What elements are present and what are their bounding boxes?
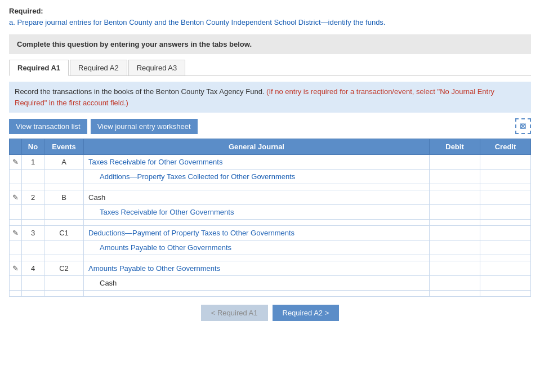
table-row (10, 255, 531, 261)
debit-cell[interactable] (430, 276, 480, 291)
no-cell (22, 291, 44, 297)
events-cell (44, 240, 84, 255)
events-cell (44, 276, 84, 291)
general-journal-cell[interactable] (84, 184, 430, 190)
no-cell (22, 205, 44, 220)
credit-cell[interactable] (480, 261, 531, 276)
tab-required-a2[interactable]: Required A2 (70, 60, 127, 75)
credit-cell[interactable] (480, 190, 531, 205)
credit-cell[interactable] (480, 184, 531, 190)
debit-cell[interactable] (430, 184, 480, 190)
buttons-row: View transaction list View journal entry… (9, 118, 531, 134)
credit-cell[interactable] (480, 226, 531, 240)
view-transaction-button[interactable]: View transaction list (9, 119, 87, 134)
edit-cell: ✎ (10, 190, 22, 205)
general-journal-cell[interactable] (84, 291, 430, 297)
col-credit: Credit (480, 139, 531, 155)
events-cell (44, 205, 84, 220)
no-cell (22, 184, 44, 190)
required-label: Required: (9, 7, 531, 15)
nav-row: < Required A1 Required A2 > (9, 305, 531, 321)
close-icon-box[interactable]: ⦻ (515, 118, 531, 134)
required-text-body: Prepare journal entries for Benton Count… (17, 18, 385, 26)
table-row: ✎1ATaxes Receivable for Other Government… (10, 155, 531, 170)
edit-cell (10, 276, 22, 291)
debit-cell[interactable] (430, 155, 480, 170)
edit-cell (10, 170, 22, 184)
prev-button[interactable]: < Required A1 (201, 305, 268, 321)
debit-cell[interactable] (430, 226, 480, 240)
col-no: No (22, 139, 44, 155)
table-row: ✎2BCash (10, 190, 531, 205)
events-cell: B (44, 190, 84, 205)
debit-cell[interactable] (430, 170, 480, 184)
events-cell (44, 291, 84, 297)
events-cell: A (44, 155, 84, 170)
table-row (10, 291, 531, 297)
edit-cell: ✎ (10, 261, 22, 276)
edit-cell (10, 220, 22, 226)
edit-icon[interactable]: ✎ (12, 264, 19, 273)
no-cell (22, 170, 44, 184)
general-journal-cell[interactable] (84, 220, 430, 226)
debit-cell[interactable] (430, 291, 480, 297)
table-row: ✎3C1Deductions—Payment of Property Taxes… (10, 226, 531, 240)
table-row: Additions—Property Taxes Collected for O… (10, 170, 531, 184)
general-journal-cell[interactable]: Taxes Receivable for Other Governments (84, 155, 430, 170)
general-journal-cell[interactable]: Cash (84, 190, 430, 205)
no-cell: 4 (22, 261, 44, 276)
debit-cell[interactable] (430, 190, 480, 205)
debit-cell[interactable] (430, 220, 480, 226)
general-journal-cell[interactable]: Amounts Payable to Other Governments (84, 261, 430, 276)
edit-icon[interactable]: ✎ (12, 158, 19, 166)
credit-cell[interactable] (480, 291, 531, 297)
no-cell: 1 (22, 155, 44, 170)
table-row: Cash (10, 276, 531, 291)
credit-cell[interactable] (480, 220, 531, 226)
journal-table: No Events General Journal Debit Credit ✎… (9, 139, 531, 297)
no-cell (22, 255, 44, 261)
credit-cell[interactable] (480, 240, 531, 255)
debit-cell[interactable] (430, 255, 480, 261)
close-icon: ⦻ (519, 121, 528, 131)
credit-cell[interactable] (480, 276, 531, 291)
debit-cell[interactable] (430, 261, 480, 276)
edit-icon[interactable]: ✎ (12, 193, 19, 202)
table-row: Amounts Payable to Other Governments (10, 240, 531, 255)
table-row (10, 184, 531, 190)
col-events: Events (44, 139, 84, 155)
next-button[interactable]: Required A2 > (273, 305, 340, 321)
general-journal-cell[interactable]: Deductions—Payment of Property Taxes to … (84, 226, 430, 240)
required-text: a. Prepare journal entries for Benton Co… (9, 17, 531, 28)
no-cell (22, 276, 44, 291)
no-cell: 3 (22, 226, 44, 240)
tab-required-a3[interactable]: Required A3 (128, 60, 186, 75)
view-journal-button[interactable]: View journal entry worksheet (91, 119, 198, 134)
general-journal-cell[interactable] (84, 255, 430, 261)
events-cell (44, 170, 84, 184)
debit-cell[interactable] (430, 240, 480, 255)
table-row: ✎4C2Amounts Payable to Other Governments (10, 261, 531, 276)
general-journal-cell[interactable]: Additions—Property Taxes Collected for O… (84, 170, 430, 184)
edit-cell (10, 205, 22, 220)
edit-cell: ✎ (10, 155, 22, 170)
edit-icon[interactable]: ✎ (12, 229, 19, 237)
credit-cell[interactable] (480, 205, 531, 220)
general-journal-cell[interactable]: Cash (84, 276, 430, 291)
credit-cell[interactable] (480, 170, 531, 184)
tabs-row: Required A1 Required A2 Required A3 (9, 60, 531, 76)
no-cell (22, 240, 44, 255)
tab-required-a1[interactable]: Required A1 (9, 60, 69, 76)
edit-cell (10, 255, 22, 261)
col-debit: Debit (430, 139, 480, 155)
events-cell (44, 220, 84, 226)
credit-cell[interactable] (480, 255, 531, 261)
events-cell (44, 184, 84, 190)
debit-cell[interactable] (430, 205, 480, 220)
general-journal-cell[interactable]: Taxes Receivable for Other Governments (84, 205, 430, 220)
general-journal-cell[interactable]: Amounts Payable to Other Governments (84, 240, 430, 255)
info-bar-black: Record the transactions in the books of … (15, 87, 264, 96)
table-row (10, 220, 531, 226)
credit-cell[interactable] (480, 155, 531, 170)
edit-cell: ✎ (10, 226, 22, 240)
